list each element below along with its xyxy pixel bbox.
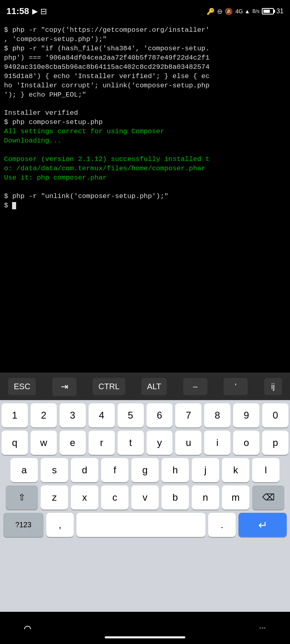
- alt-key[interactable]: ALT: [141, 378, 167, 395]
- key-9[interactable]: 9: [233, 403, 259, 427]
- key-l[interactable]: l: [252, 458, 280, 482]
- space-key[interactable]: [77, 513, 205, 537]
- nav-pill: [105, 636, 185, 638]
- key-1[interactable]: 1: [2, 403, 28, 427]
- key-5[interactable]: 5: [118, 403, 144, 427]
- status-right-icons: 🔑 ⊖ 🔕 4G ▲ B/s 31: [207, 8, 284, 15]
- home-indicator: ⋯: [259, 621, 266, 635]
- quote-key[interactable]: ': [224, 378, 248, 395]
- key-b[interactable]: b: [162, 485, 189, 510]
- key-m[interactable]: m: [222, 485, 249, 510]
- key-h[interactable]: h: [162, 458, 189, 482]
- number-row: 1 2 3 4 5 6 7 8 9 0: [2, 403, 288, 427]
- key-n[interactable]: n: [192, 485, 219, 510]
- status-time: 11:58: [6, 6, 29, 17]
- extra-key-row: ESC ⇥ CTRL ALT – ' ij: [0, 373, 290, 400]
- backspace-key[interactable]: ⌫: [252, 485, 284, 510]
- terminal-line-11: All settings correct for using Composer: [4, 127, 286, 136]
- key-d[interactable]: d: [71, 458, 98, 482]
- key-o[interactable]: o: [233, 431, 259, 455]
- status-left-icons: ▶ ⊟: [32, 6, 47, 16]
- terminal-display[interactable]: $ php -r "copy('https://getcomposer.org/…: [0, 23, 290, 373]
- zxcv-row: ⇧ z x c v b n m ⌫: [2, 485, 288, 510]
- symbols-key[interactable]: ?123: [3, 513, 44, 537]
- key-e[interactable]: e: [60, 431, 86, 455]
- terminal-line-17: $: [4, 201, 286, 211]
- key-2[interactable]: 2: [31, 403, 57, 427]
- terminal-line-10: $ php composer-setup.php: [4, 118, 286, 127]
- key-w[interactable]: w: [31, 431, 57, 455]
- bell-icon: 🔕: [225, 8, 233, 15]
- terminal-line-2: , 'composer-setup.php');": [4, 35, 286, 44]
- shift-key[interactable]: ⇧: [6, 485, 38, 510]
- terminal-line-3: $ php -r "if (hash_file('sha384', 'compo…: [4, 44, 286, 54]
- tab-key[interactable]: ⇥: [52, 378, 77, 396]
- terminal-line-16: $ php -r "unlink('composer-setup.php');": [4, 192, 286, 201]
- bottom-nav: ⌒ ⋯: [0, 612, 290, 644]
- terminal-line-9: Installer verified: [4, 109, 286, 118]
- terminal-line-7: ho 'Installer corrupt'; unlink('composer…: [4, 81, 286, 91]
- terminal-line-4: php') === '906a84df04cea2aa72f40b5f787e4…: [4, 54, 286, 63]
- key-8[interactable]: 8: [204, 403, 230, 427]
- terminal-line-15: Use it: php composer.phar: [4, 173, 286, 183]
- dash-key[interactable]: –: [183, 378, 207, 395]
- key-k[interactable]: k: [222, 458, 249, 482]
- terminal-line-1: $ php -r "copy('https://getcomposer.org/…: [4, 26, 286, 35]
- key-6[interactable]: 6: [147, 403, 173, 427]
- asdf-row: a s d f g h j k l: [2, 458, 288, 482]
- signal-icon: 4G ▲: [235, 8, 250, 14]
- key-f[interactable]: f: [101, 458, 128, 482]
- key-t[interactable]: t: [118, 431, 144, 455]
- keyboard: 1 2 3 4 5 6 7 8 9 0 q w e r t y u i o p …: [0, 400, 290, 612]
- terminal-line-12: Downloading...: [4, 136, 286, 146]
- terminal-cursor: [12, 202, 16, 209]
- key-i[interactable]: i: [204, 431, 230, 455]
- key-v[interactable]: v: [131, 485, 159, 510]
- period-key[interactable]: .: [208, 513, 236, 537]
- terminal-line-blank3: [4, 183, 286, 192]
- battery-level: 31: [276, 8, 284, 15]
- comma-key[interactable]: ,: [46, 513, 74, 537]
- battery-icon: [262, 8, 274, 14]
- terminal-line-blank1: [4, 100, 286, 109]
- key-7[interactable]: 7: [175, 403, 201, 427]
- key-r[interactable]: r: [89, 431, 115, 455]
- qwerty-row: q w e r t y u i o p: [2, 431, 288, 455]
- key-p[interactable]: p: [262, 431, 288, 455]
- terminal-line-6: 915d1a8') { echo 'Installer verified'; }…: [4, 72, 286, 81]
- key-c[interactable]: c: [101, 485, 128, 510]
- play-icon: ▶: [32, 7, 38, 16]
- key-q[interactable]: q: [2, 431, 28, 455]
- terminal-line-13: Composer (version 2.1.12) successfully i…: [4, 155, 286, 164]
- bottom-row: ?123 , . ↵: [2, 513, 288, 537]
- return-key[interactable]: ↵: [238, 513, 287, 537]
- back-button[interactable]: ⌒: [24, 621, 31, 635]
- key-x[interactable]: x: [71, 485, 98, 510]
- terminal-line-8: '); } echo PHP_EOL;": [4, 91, 286, 100]
- key-s[interactable]: s: [41, 458, 68, 482]
- key-j[interactable]: j: [192, 458, 219, 482]
- key-0[interactable]: 0: [262, 403, 288, 427]
- minus-icon: ⊖: [217, 8, 222, 15]
- data-icon: B/s: [253, 8, 259, 14]
- key-a[interactable]: a: [10, 458, 38, 482]
- key-4[interactable]: 4: [89, 403, 115, 427]
- esc-key[interactable]: ESC: [8, 378, 36, 395]
- terminal-line-5: 9492ac310e8cba5b96ac8b64115ac402c8cd292b…: [4, 63, 286, 72]
- terminal-line-blank2: [4, 146, 286, 155]
- key-y[interactable]: y: [147, 431, 173, 455]
- terminal-line-14: o: /data/data/com.termux/files/home/comp…: [4, 164, 286, 173]
- key-z[interactable]: z: [41, 485, 68, 510]
- status-bar: 11:58 ▶ ⊟ 🔑 ⊖ 🔕 4G ▲ B/s 31: [0, 0, 290, 23]
- key-3[interactable]: 3: [60, 403, 86, 427]
- ij-key[interactable]: ij: [264, 378, 282, 395]
- key-g[interactable]: g: [131, 458, 159, 482]
- key-icon: 🔑: [207, 8, 215, 15]
- ctrl-key[interactable]: CTRL: [93, 378, 125, 395]
- key-u[interactable]: u: [175, 431, 201, 455]
- terminal-icon: ⊟: [40, 6, 47, 16]
